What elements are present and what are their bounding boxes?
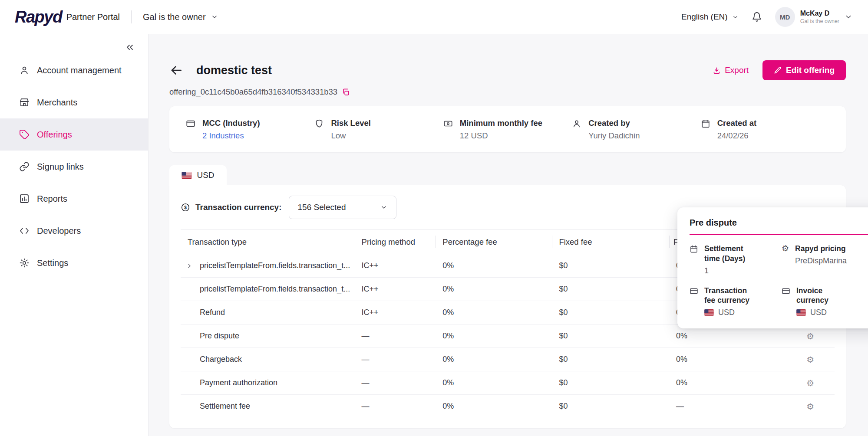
pricing-method-cell: IC++ (355, 301, 436, 325)
gear-icon (18, 258, 30, 268)
workspace-selector[interactable]: Gal is the owner (143, 12, 218, 22)
offering-summary-card: MCC (Industry) 2 Industries Risk Level L… (169, 106, 846, 152)
transaction-currency-selected: 156 Selected (298, 203, 346, 212)
percentage-fee-cell: 0% (436, 254, 552, 278)
bar-chart-icon (18, 193, 30, 204)
pricing-method-cell: IC++ (355, 278, 436, 301)
svg-text:$: $ (184, 205, 187, 210)
avatar: MD (775, 7, 795, 27)
pricing-method-cell: — (355, 325, 436, 348)
sidebar-nav: Account management Merchants Offerings S… (0, 54, 148, 279)
sidebar-item-merchants[interactable]: Merchants (0, 86, 148, 118)
row-settings-gear-icon[interactable]: ⚙ (806, 354, 814, 365)
card-icon (186, 119, 195, 128)
table-row[interactable]: Chargeback — 0% $0 0% ⚙ (181, 348, 835, 371)
popover-field-value: 1 (704, 266, 758, 275)
shield-icon (314, 119, 324, 128)
header-fixed-fee: Fixed fee (552, 230, 669, 254)
popover-rapyd-pricing: ⚙ Rapyd pricing PreDispMarina (782, 244, 868, 275)
table-row[interactable]: Settlement fee — 0% $0 — ⚙ (181, 395, 835, 418)
rapyd-logo[interactable]: Rapyd (15, 8, 62, 26)
currency-value: USD (718, 308, 735, 317)
language-selector-label: English (EN) (681, 12, 728, 22)
user-icon (572, 119, 581, 128)
summary-value: 24/02/26 (717, 131, 756, 141)
dollar-circle-icon: $ (181, 203, 190, 212)
percentage-fee-cell: 0% (436, 301, 552, 325)
transaction-type-value: Chargeback (200, 355, 355, 364)
user-subtitle: Gal is the owner (800, 18, 839, 24)
fixed-fee-cell: $0 (552, 254, 669, 278)
notifications-bell-icon[interactable] (752, 12, 762, 22)
page-header: domestic test Export Edit offering (169, 60, 846, 80)
sidebar-item-account-management[interactable]: Account management (0, 54, 148, 86)
sidebar: Account management Merchants Offerings S… (0, 34, 149, 436)
row-settings-gear-icon[interactable]: ⚙ (806, 378, 814, 388)
sidebar-item-label: Settings (37, 258, 68, 268)
gear-icon: ⚙ (782, 244, 789, 275)
table-row[interactable]: Payment authorization — 0% $0 0% ⚙ (181, 371, 835, 395)
sidebar-collapse-icon[interactable] (125, 42, 135, 52)
chevron-down-icon (732, 14, 739, 20)
summary-minimum-monthly-fee: Minimum monthly fee 12 USD (443, 118, 572, 141)
tab-usd[interactable]: USD (169, 165, 227, 185)
us-flag-icon (704, 309, 714, 316)
edit-offering-button[interactable]: Edit offering (762, 60, 846, 80)
chevron-down-icon (211, 13, 218, 20)
sidebar-item-reports[interactable]: Reports (0, 183, 148, 215)
sidebar-item-label: Merchants (37, 98, 77, 108)
summary-value: Yuriy Dadichin (588, 131, 640, 141)
pricing-method-cell: IC++ (355, 254, 436, 278)
header-transaction-type: Transaction type (181, 230, 355, 254)
popover-field-value: USD (796, 308, 850, 317)
export-label: Export (725, 66, 749, 75)
transaction-type-cell: Refund (181, 301, 355, 325)
us-flag-icon (182, 172, 192, 179)
transaction-type-value: Refund (200, 308, 355, 317)
transaction-currency-select[interactable]: 156 Selected (289, 196, 396, 219)
transaction-type-cell: Pre dispute (181, 325, 355, 348)
sidebar-item-signup-links[interactable]: Signup links (0, 151, 148, 183)
transaction-type-cell: Chargeback (181, 348, 355, 371)
export-button[interactable]: Export (713, 66, 749, 75)
sidebar-item-label: Developers (37, 226, 81, 236)
link-icon (18, 161, 30, 172)
copy-icon[interactable] (342, 88, 350, 96)
percentage-fee-cell: 0% (436, 348, 552, 371)
sidebar-item-offerings[interactable]: Offerings (0, 118, 148, 151)
sidebar-item-developers[interactable]: Developers (0, 215, 148, 247)
popover-settlement-time: Settlement time (Days) 1 (690, 244, 782, 275)
transaction-type-cell: Settlement fee (181, 395, 355, 418)
transaction-currency-label: Transaction currency: (195, 203, 282, 212)
back-arrow-icon[interactable] (169, 63, 183, 77)
popover-field-label: Transaction fee currency (704, 286, 758, 306)
sidebar-item-label: Account management (37, 66, 122, 75)
industries-link[interactable]: 2 Industries (202, 131, 260, 141)
row-settings-gear-icon[interactable]: ⚙ (806, 331, 814, 341)
user-menu[interactable]: MD McKay D Gal is the owner (775, 7, 852, 27)
fixed-fee-cell: $0 (552, 371, 669, 395)
popover-field-value: USD (704, 308, 758, 317)
header-pricing-method: Pricing method (355, 230, 436, 254)
popover-field-label: Settlement time (Days) (704, 244, 758, 264)
sidebar-item-label: Reports (37, 194, 67, 204)
summary-label: Minimum monthly fee (460, 118, 542, 128)
pencil-icon (774, 66, 782, 74)
offering-id-row: offering_0c11c45b0a65d4fb316340f534331b3… (169, 87, 846, 97)
popover-field-value: PreDispMarina (795, 256, 847, 266)
chevron-down-icon (845, 13, 852, 21)
language-selector[interactable]: English (EN) (681, 12, 739, 22)
summary-label: Created at (717, 118, 756, 128)
row-settings-gear-icon[interactable]: ⚙ (806, 401, 814, 412)
tab-usd-label: USD (197, 170, 214, 180)
percentage-fee-cell: 0% (436, 325, 552, 348)
chevron-right-icon[interactable] (186, 262, 193, 269)
popover-field-label: Rapyd pricing (795, 244, 847, 254)
sidebar-item-settings[interactable]: Settings (0, 247, 148, 279)
calendar-icon (701, 119, 710, 128)
fx-markup-fee-cell: — (669, 395, 786, 418)
transaction-type-value: Settlement fee (200, 402, 355, 411)
fixed-fee-cell: $0 (552, 325, 669, 348)
pricing-method-cell: — (355, 371, 436, 395)
fx-markup-fee-cell: 0% (669, 348, 786, 371)
